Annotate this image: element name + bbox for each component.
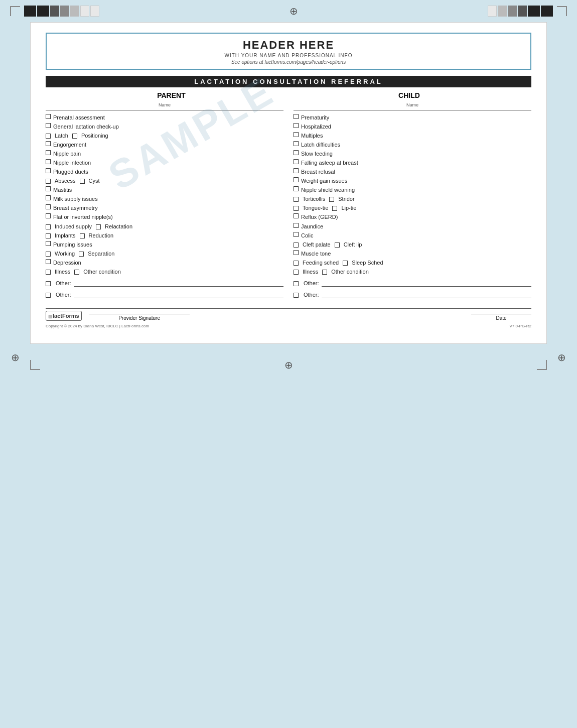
checkbox-falling-asleep[interactable] — [294, 159, 299, 164]
item-other-cond-c: Other condition — [331, 268, 369, 276]
item-illness-p: Illness — [55, 268, 70, 276]
checkbox-nipple-shield[interactable] — [294, 186, 299, 191]
sched-group: Feeding sched Sleep Sched — [294, 259, 383, 267]
checkbox-slow-feeding[interactable] — [294, 150, 299, 155]
checkbox-depression[interactable] — [46, 259, 51, 264]
item-weight-gain: Weight gain issues — [301, 177, 347, 185]
item-general-lact: General lactation check-up — [53, 123, 119, 131]
inline-item-tongue-tie: Tongue-tie — [294, 204, 328, 212]
checkbox-induced[interactable] — [46, 224, 51, 229]
date-line[interactable] — [471, 314, 531, 314]
inline-item-abscess: Abscess — [46, 177, 76, 185]
checkbox-illness-c[interactable] — [294, 270, 299, 275]
list-item: Latch Positioning — [46, 132, 283, 140]
item-induced: Induced supply — [55, 222, 92, 231]
inline-item-reduction: Reduction — [80, 231, 114, 240]
item-breast-asym: Breast asymmetry — [53, 204, 98, 212]
item-illness-c: Illness — [303, 268, 318, 276]
signature-area: ▩lactForms Provider Signature Date — [46, 308, 531, 321]
checkbox-flat-nipple[interactable] — [46, 213, 51, 218]
checkbox-jaundice[interactable] — [294, 223, 299, 228]
illness-other-c-group: Illness Other condition — [294, 268, 369, 276]
checkbox-tongue-tie[interactable] — [294, 206, 299, 211]
checkbox-muscle-tone[interactable] — [294, 250, 299, 255]
checkbox-other-cond-p[interactable] — [74, 270, 79, 275]
item-abscess: Abscess — [55, 177, 76, 185]
checkbox-working[interactable] — [46, 252, 51, 257]
checkbox-latch[interactable] — [46, 134, 51, 139]
checkbox-prenatal[interactable] — [46, 114, 51, 119]
checkbox-mastitis[interactable] — [46, 186, 51, 191]
list-item: Prematurity — [294, 113, 531, 122]
signature-line[interactable] — [89, 314, 190, 314]
list-item: Breast asymmetry — [46, 204, 283, 212]
other1c-field[interactable] — [322, 280, 531, 287]
checkbox-breast-refusal[interactable] — [294, 168, 299, 173]
list-item: Illness Other condition — [46, 268, 283, 276]
checkbox-implants[interactable] — [46, 233, 51, 238]
item-relactation: Relactation — [105, 222, 132, 231]
checkbox-other2c[interactable] — [294, 293, 299, 298]
checkbox-prematurity[interactable] — [294, 114, 299, 119]
item-plugged-ducts: Plugged ducts — [53, 168, 88, 176]
checkbox-hospitalized[interactable] — [294, 123, 299, 128]
checkbox-engorgement[interactable] — [46, 141, 51, 146]
induced-relac-group: Induced supply Relactation — [46, 222, 132, 231]
checkbox-separation[interactable] — [79, 252, 84, 257]
color-swatch — [90, 6, 99, 17]
checkbox-general-lact[interactable] — [46, 123, 51, 128]
header-title: HEADER HERE — [54, 39, 523, 52]
checkbox-other2p[interactable] — [46, 293, 51, 298]
other2p-label: Other: — [56, 291, 71, 299]
checkbox-cleft-palate[interactable] — [294, 242, 299, 248]
checkbox-latch-diff[interactable] — [294, 141, 299, 146]
date-label: Date — [471, 315, 531, 321]
checkbox-pumping[interactable] — [46, 241, 51, 246]
color-swatch — [50, 6, 59, 17]
item-latch: Latch — [55, 132, 68, 140]
checkbox-nipple-infection[interactable] — [46, 159, 51, 164]
item-slow-feeding: Slow feeding — [301, 150, 333, 158]
checkbox-colic[interactable] — [294, 232, 299, 237]
checkbox-abscess[interactable] — [46, 179, 51, 184]
checkbox-plugged-ducts[interactable] — [46, 168, 51, 173]
item-tongue-tie: Tongue-tie — [303, 204, 328, 212]
checkbox-breast-asym[interactable] — [46, 204, 51, 209]
checkbox-lip-tie[interactable] — [332, 206, 337, 211]
other-line-1c: Other: — [294, 279, 531, 288]
checkbox-multiples[interactable] — [294, 132, 299, 137]
inline-item-other-cond-p: Other condition — [74, 268, 121, 276]
item-working: Working — [55, 250, 75, 258]
inline-item-implants: Implants — [46, 231, 76, 240]
checkbox-illness-p[interactable] — [46, 270, 51, 275]
checkbox-stridor[interactable] — [329, 197, 334, 202]
checkbox-sleep-sched[interactable] — [343, 261, 348, 266]
checkbox-feed-sched[interactable] — [294, 261, 299, 266]
checkbox-positioning[interactable] — [72, 134, 77, 139]
checkbox-nipple-pain[interactable] — [46, 150, 51, 155]
checkbox-other-cond-c[interactable] — [322, 270, 327, 275]
inline-item-induced: Induced supply — [46, 222, 92, 231]
checkbox-reflux[interactable] — [294, 213, 299, 218]
sig-block-left: ▩lactForms Provider Signature — [46, 311, 190, 321]
inline-item-illness-c: Illness — [294, 268, 318, 276]
other2c-field[interactable] — [322, 291, 531, 298]
checkbox-weight-gain[interactable] — [294, 177, 299, 182]
checkbox-torticollis[interactable] — [294, 197, 299, 202]
page-wrapper: ⊕ ⊕ ⊕ SAMPLE HEADER HERE WITH YOUR NAME … — [0, 0, 577, 728]
checkbox-milk-supply[interactable] — [46, 195, 51, 200]
checkbox-relactation[interactable] — [96, 224, 101, 229]
corner-mark-br — [537, 360, 547, 370]
checkbox-cleft-lip[interactable] — [335, 242, 340, 248]
copyright-line: Copyright © 2024 by Diana West, IBCLC | … — [46, 324, 531, 328]
item-colic: Colic — [301, 231, 313, 240]
other1p-field[interactable] — [74, 280, 283, 287]
checkbox-reduction[interactable] — [80, 233, 85, 238]
item-feed-sched: Feeding sched — [303, 259, 339, 267]
item-depression: Depression — [53, 259, 81, 267]
checkbox-cyst[interactable] — [80, 179, 85, 184]
checkbox-other1p[interactable] — [46, 281, 51, 286]
checkbox-other1c[interactable] — [294, 281, 299, 286]
other2p-field[interactable] — [74, 291, 283, 298]
corner-mark-bl — [30, 360, 40, 370]
